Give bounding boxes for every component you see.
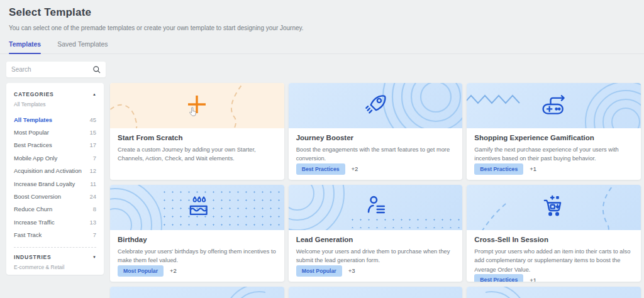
card-header — [110, 83, 284, 128]
count-badge: 13 — [89, 219, 96, 226]
category-list: All Templates 45 Most Popular 15 Best Pr… — [14, 113, 96, 241]
sidebar-item-increase-traffic[interactable]: Increase Traffic 13 — [14, 216, 96, 228]
zigzag-decoration — [467, 93, 527, 106]
rings-decoration — [486, 287, 561, 298]
count-badge: 11 — [90, 180, 96, 187]
tag-row: Best Practices +1 — [474, 274, 633, 282]
tag-extra-count[interactable]: +2 — [170, 267, 177, 274]
categories-selected-label: All Templates — [14, 101, 96, 108]
card-description: Gamify the next purchase experience of y… — [474, 145, 633, 163]
birthday-cake-icon — [183, 192, 211, 223]
sidebar-item-fast-track[interactable]: Fast Track 7 — [14, 228, 96, 241]
tag-best-practices[interactable]: Best Practices — [474, 274, 523, 282]
card-body: Birthday Celebrate your users' birthdays… — [110, 230, 284, 282]
card-title: Journey Booster — [296, 134, 455, 141]
template-card-birthday[interactable]: Birthday Celebrate your users' birthdays… — [110, 185, 284, 282]
dots-decoration — [160, 188, 284, 227]
tag-extra-count[interactable]: +1 — [530, 277, 536, 282]
template-card-lead-generation[interactable]: Lead Generation Welcome your users and d… — [289, 185, 463, 282]
card-body: Start From Scratch Create a custom Journ… — [110, 128, 284, 180]
page-title: Select Template — [9, 6, 635, 19]
tag-row: Best Practices +2 — [296, 163, 455, 175]
card-header — [467, 83, 641, 128]
count-badge: 7 — [93, 231, 96, 238]
tag-row: Most Popular +3 — [296, 265, 455, 277]
count-badge: 12 — [89, 167, 96, 174]
tag-extra-count[interactable]: +1 — [530, 165, 536, 172]
template-card-stub[interactable] — [467, 287, 641, 298]
tag-best-practices[interactable]: Best Practices — [296, 163, 345, 175]
tab-saved-templates[interactable]: Saved Templates — [57, 40, 108, 53]
card-description: Boost the engagements with the smart fea… — [296, 145, 455, 163]
sidebar-item-all-templates[interactable]: All Templates 45 — [14, 113, 96, 126]
search-box[interactable] — [6, 62, 106, 77]
collapse-down-icon[interactable]: ▼ — [92, 255, 96, 259]
card-title: Start From Scratch — [118, 134, 277, 141]
count-badge: 45 — [89, 116, 96, 123]
card-description: Celebrate your users' birthdays by offer… — [118, 247, 277, 265]
tag-most-popular[interactable]: Most Popular — [118, 265, 164, 277]
sidebar-item-most-popular[interactable]: Most Popular 15 — [14, 126, 96, 138]
page-header: Select Template You can select one of th… — [0, 0, 644, 31]
count-badge: 17 — [89, 141, 96, 148]
card-header — [110, 185, 284, 230]
content-area: CATEGORIES ▲ All Templates All Templates… — [0, 77, 644, 298]
card-header — [289, 185, 463, 230]
card-description: Prompt your users who added an item into… — [474, 247, 633, 274]
card-header — [289, 83, 463, 128]
template-card-shopping-experience-gamification[interactable]: Shopping Experience Gamification Gamify … — [467, 83, 641, 180]
rocket-icon — [362, 91, 389, 121]
template-card-start-from-scratch[interactable]: Start From Scratch Create a custom Journ… — [110, 83, 284, 180]
card-description: Create a custom Journey by adding your o… — [118, 145, 277, 163]
sidebar-item-acquisition-and-activation[interactable]: Acquisition and Activation 12 — [14, 165, 96, 177]
sidebar-item-increase-brand-loyalty[interactable]: Increase Brand Loyalty 11 — [14, 177, 96, 190]
rings-decoration — [190, 287, 265, 298]
collapse-up-icon[interactable]: ▲ — [92, 92, 96, 96]
count-badge: 7 — [93, 155, 96, 162]
page-subtitle: You can select one of the premade templa… — [9, 25, 635, 31]
sidebar-item-best-practices[interactable]: Best Practices 17 — [14, 139, 96, 152]
card-header — [467, 287, 641, 298]
tag-row: Most Popular +2 — [118, 265, 277, 277]
count-badge: 8 — [93, 206, 96, 212]
sidebar-divider — [14, 247, 96, 248]
rings-decoration — [289, 185, 348, 230]
count-badge: 15 — [89, 129, 96, 136]
card-title: Cross-Sell In Session — [474, 236, 633, 243]
tabbar: Templates Saved Templates — [0, 40, 644, 54]
tag-row: Best Practices +1 — [474, 163, 633, 175]
template-card-cross-sell-in-session[interactable]: Cross-Sell In Session Prompt your users … — [467, 185, 641, 282]
card-header — [289, 287, 463, 298]
sidebar-item-mobile-app-only[interactable]: Mobile App Only 7 — [14, 152, 96, 164]
sidebar-item-boost-conversion[interactable]: Boost Conversion 24 — [14, 190, 96, 202]
card-header — [467, 185, 641, 230]
card-title: Shopping Experience Gamification — [474, 134, 633, 141]
template-grid: Start From Scratch Create a custom Journ… — [110, 83, 641, 298]
tag-most-popular[interactable]: Most Popular — [296, 265, 342, 277]
industries-selected-label: E-commerce & Retail — [14, 264, 96, 270]
template-card-stub[interactable] — [110, 287, 284, 298]
hand-cursor-icon — [188, 107, 197, 120]
rings-decoration — [582, 83, 641, 128]
category-sidebar: CATEGORIES ▲ All Templates All Templates… — [6, 83, 104, 275]
search-input[interactable] — [11, 66, 92, 73]
gamepad-icon — [539, 91, 569, 121]
rings-decoration — [110, 185, 165, 230]
industries-header: INDUSTRIES — [14, 254, 51, 260]
card-body: Cross-Sell In Session Prompt your users … — [467, 230, 641, 282]
tag-extra-count[interactable]: +3 — [348, 267, 355, 274]
tab-templates[interactable]: Templates — [9, 40, 41, 53]
card-body: Journey Booster Boost the engagements wi… — [289, 128, 463, 180]
search-icon[interactable] — [92, 65, 101, 74]
tag-best-practices[interactable]: Best Practices — [474, 163, 523, 175]
sidebar-item-reduce-churn[interactable]: Reduce Churn 8 — [14, 203, 96, 216]
card-body: Shopping Experience Gamification Gamify … — [467, 128, 641, 180]
card-header — [110, 287, 284, 298]
template-card-stub[interactable] — [289, 287, 463, 298]
categories-header-row: CATEGORIES ▲ — [14, 91, 96, 97]
user-list-icon — [362, 192, 389, 223]
industries-header-row: INDUSTRIES ▼ — [14, 254, 96, 260]
tag-extra-count[interactable]: +2 — [352, 165, 358, 172]
template-card-journey-booster[interactable]: Journey Booster Boost the engagements wi… — [289, 83, 463, 180]
count-badge: 24 — [89, 193, 96, 200]
